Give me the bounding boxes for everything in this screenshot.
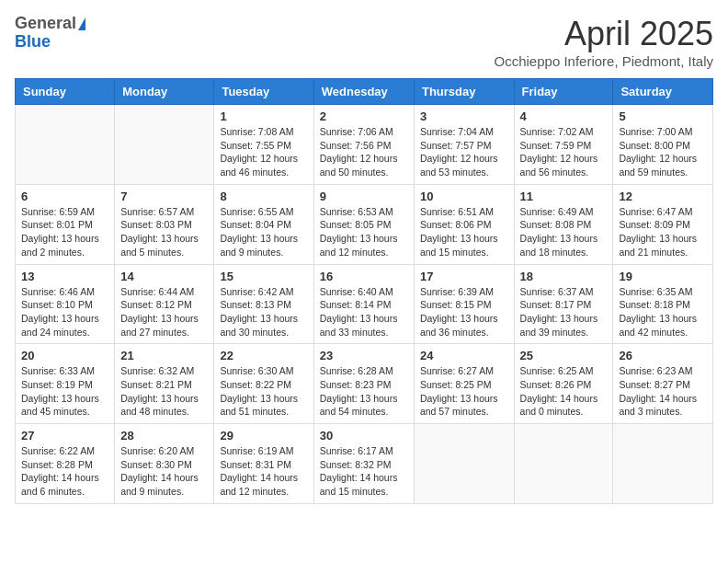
month-title: April 2025: [495, 15, 713, 53]
calendar-cell: 11Sunrise: 6:49 AMSunset: 8:08 PMDayligh…: [514, 184, 613, 264]
day-info: Sunrise: 7:04 AMSunset: 7:57 PMDaylight:…: [420, 125, 508, 179]
day-info: Sunrise: 6:30 AMSunset: 8:22 PMDaylight:…: [220, 364, 307, 419]
logo-icon: [78, 17, 85, 30]
calendar-cell: 5Sunrise: 7:00 AMSunset: 8:00 PMDaylight…: [613, 105, 713, 185]
day-info: Sunrise: 6:33 AMSunset: 8:19 PMDaylight:…: [21, 364, 108, 419]
calendar-cell: 25Sunrise: 6:25 AMSunset: 8:26 PMDayligh…: [514, 344, 613, 424]
calendar-week-row: 1Sunrise: 7:08 AMSunset: 7:55 PMDaylight…: [16, 105, 713, 185]
day-info: Sunrise: 6:22 AMSunset: 8:28 PMDaylight:…: [21, 444, 108, 499]
calendar-cell: 24Sunrise: 6:27 AMSunset: 8:25 PMDayligh…: [414, 344, 514, 424]
weekday-header: Friday: [514, 79, 613, 105]
day-number: 20: [21, 349, 108, 362]
day-number: 12: [619, 190, 707, 203]
calendar-cell: 21Sunrise: 6:32 AMSunset: 8:21 PMDayligh…: [115, 344, 214, 424]
day-info: Sunrise: 7:06 AMSunset: 7:56 PMDaylight:…: [320, 125, 408, 179]
calendar-cell: 22Sunrise: 6:30 AMSunset: 8:22 PMDayligh…: [214, 344, 313, 424]
weekday-header: Sunday: [16, 79, 115, 105]
day-info: Sunrise: 6:57 AMSunset: 8:03 PMDaylight:…: [120, 205, 208, 259]
calendar-cell: [414, 424, 514, 504]
day-number: 18: [520, 270, 608, 283]
calendar-cell: 29Sunrise: 6:19 AMSunset: 8:31 PMDayligh…: [214, 424, 313, 504]
calendar-cell: 2Sunrise: 7:06 AMSunset: 7:56 PMDaylight…: [313, 105, 414, 185]
day-info: Sunrise: 6:23 AMSunset: 8:27 PMDaylight:…: [619, 364, 707, 419]
calendar-table: SundayMondayTuesdayWednesdayThursdayFrid…: [15, 78, 713, 504]
calendar-cell: 19Sunrise: 6:35 AMSunset: 8:18 PMDayligh…: [613, 264, 713, 344]
day-number: 7: [120, 190, 208, 203]
day-number: 6: [21, 190, 108, 203]
day-number: 30: [320, 429, 408, 442]
day-number: 24: [420, 349, 508, 362]
calendar-cell: 4Sunrise: 7:02 AMSunset: 7:59 PMDaylight…: [514, 105, 613, 185]
day-number: 11: [520, 190, 608, 203]
day-info: Sunrise: 7:00 AMSunset: 8:00 PMDaylight:…: [619, 125, 707, 179]
calendar-cell: 16Sunrise: 6:40 AMSunset: 8:14 PMDayligh…: [313, 264, 414, 344]
calendar-cell: [613, 424, 713, 504]
calendar-cell: 7Sunrise: 6:57 AMSunset: 8:03 PMDaylight…: [115, 184, 214, 264]
calendar-cell: 3Sunrise: 7:04 AMSunset: 7:57 PMDaylight…: [414, 105, 514, 185]
day-number: 25: [520, 349, 608, 362]
weekday-header: Tuesday: [214, 79, 313, 105]
day-info: Sunrise: 6:42 AMSunset: 8:13 PMDaylight:…: [220, 285, 307, 339]
day-number: 26: [619, 349, 707, 362]
day-number: 8: [220, 190, 307, 203]
logo: General Blue: [15, 15, 85, 52]
day-info: Sunrise: 6:40 AMSunset: 8:14 PMDaylight:…: [320, 285, 408, 339]
calendar-cell: [16, 105, 115, 185]
calendar-week-row: 13Sunrise: 6:46 AMSunset: 8:10 PMDayligh…: [16, 264, 713, 344]
day-number: 22: [220, 349, 307, 362]
logo-blue-text: Blue: [15, 33, 85, 52]
day-info: Sunrise: 6:47 AMSunset: 8:09 PMDaylight:…: [619, 205, 707, 259]
day-number: 9: [320, 190, 408, 203]
day-info: Sunrise: 6:37 AMSunset: 8:17 PMDaylight:…: [520, 285, 608, 339]
calendar-cell: 6Sunrise: 6:59 AMSunset: 8:01 PMDaylight…: [16, 184, 115, 264]
day-number: 23: [320, 349, 408, 362]
calendar-cell: 27Sunrise: 6:22 AMSunset: 8:28 PMDayligh…: [16, 424, 115, 504]
day-number: 15: [220, 270, 307, 283]
day-info: Sunrise: 7:08 AMSunset: 7:55 PMDaylight:…: [220, 125, 307, 179]
calendar-cell: 28Sunrise: 6:20 AMSunset: 8:30 PMDayligh…: [115, 424, 214, 504]
day-info: Sunrise: 7:02 AMSunset: 7:59 PMDaylight:…: [520, 125, 608, 179]
day-number: 16: [320, 270, 408, 283]
calendar-cell: 15Sunrise: 6:42 AMSunset: 8:13 PMDayligh…: [214, 264, 313, 344]
title-area: April 2025 Occhieppo Inferiore, Piedmont…: [495, 15, 713, 69]
day-number: 10: [420, 190, 508, 203]
weekday-header: Saturday: [613, 79, 713, 105]
day-info: Sunrise: 6:32 AMSunset: 8:21 PMDaylight:…: [120, 364, 208, 419]
weekday-header: Thursday: [414, 79, 514, 105]
calendar-cell: 14Sunrise: 6:44 AMSunset: 8:12 PMDayligh…: [115, 264, 214, 344]
day-number: 19: [619, 270, 707, 283]
day-number: 21: [120, 349, 208, 362]
day-info: Sunrise: 6:27 AMSunset: 8:25 PMDaylight:…: [420, 364, 508, 419]
page-header: General Blue April 2025 Occhieppo Inferi…: [15, 15, 713, 69]
day-info: Sunrise: 6:39 AMSunset: 8:15 PMDaylight:…: [420, 285, 508, 339]
location-title: Occhieppo Inferiore, Piedmont, Italy: [495, 53, 713, 69]
calendar-cell: [115, 105, 214, 185]
calendar-cell: 10Sunrise: 6:51 AMSunset: 8:06 PMDayligh…: [414, 184, 514, 264]
day-number: 3: [420, 109, 508, 123]
day-info: Sunrise: 6:35 AMSunset: 8:18 PMDaylight:…: [619, 285, 707, 339]
calendar-cell: 17Sunrise: 6:39 AMSunset: 8:15 PMDayligh…: [414, 264, 514, 344]
logo-general-text: General: [15, 15, 76, 33]
calendar-cell: 13Sunrise: 6:46 AMSunset: 8:10 PMDayligh…: [16, 264, 115, 344]
weekday-header: Wednesday: [313, 79, 414, 105]
day-info: Sunrise: 6:55 AMSunset: 8:04 PMDaylight:…: [220, 205, 307, 259]
calendar-week-row: 27Sunrise: 6:22 AMSunset: 8:28 PMDayligh…: [16, 424, 713, 504]
day-info: Sunrise: 6:20 AMSunset: 8:30 PMDaylight:…: [120, 444, 208, 499]
day-number: 4: [520, 109, 608, 123]
day-info: Sunrise: 6:17 AMSunset: 8:32 PMDaylight:…: [320, 444, 408, 499]
calendar-header-row: SundayMondayTuesdayWednesdayThursdayFrid…: [16, 79, 713, 105]
day-info: Sunrise: 6:28 AMSunset: 8:23 PMDaylight:…: [320, 364, 408, 419]
day-number: 28: [120, 429, 208, 442]
day-number: 1: [220, 109, 307, 123]
day-info: Sunrise: 6:19 AMSunset: 8:31 PMDaylight:…: [220, 444, 307, 499]
calendar-week-row: 20Sunrise: 6:33 AMSunset: 8:19 PMDayligh…: [16, 344, 713, 424]
calendar-cell: 8Sunrise: 6:55 AMSunset: 8:04 PMDaylight…: [214, 184, 313, 264]
calendar-week-row: 6Sunrise: 6:59 AMSunset: 8:01 PMDaylight…: [16, 184, 713, 264]
day-number: 2: [320, 109, 408, 123]
calendar-cell: 26Sunrise: 6:23 AMSunset: 8:27 PMDayligh…: [613, 344, 713, 424]
calendar-cell: [514, 424, 613, 504]
day-number: 27: [21, 429, 108, 442]
day-number: 5: [619, 109, 707, 123]
calendar-cell: 1Sunrise: 7:08 AMSunset: 7:55 PMDaylight…: [214, 105, 313, 185]
day-info: Sunrise: 6:25 AMSunset: 8:26 PMDaylight:…: [520, 364, 608, 419]
